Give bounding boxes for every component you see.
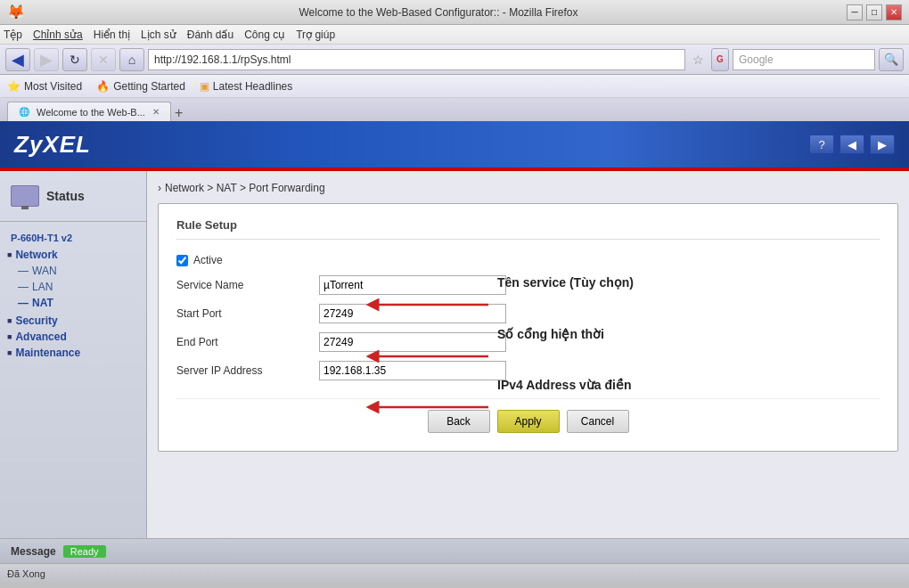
rss-icon: ▣ bbox=[200, 80, 209, 93]
menu-bookmarks[interactable]: Đánh dấu bbox=[187, 29, 233, 41]
end-port-input[interactable] bbox=[319, 332, 506, 352]
home-button[interactable]: ⌂ bbox=[119, 48, 144, 71]
tab-title: Welcome to the Web-B... bbox=[37, 107, 145, 118]
search-button[interactable]: 🔍 bbox=[879, 48, 904, 71]
service-name-input[interactable] bbox=[319, 275, 506, 295]
dash-icon: — bbox=[18, 265, 29, 277]
help-button[interactable]: ? bbox=[809, 135, 834, 154]
expand-icon-4: ■ bbox=[7, 348, 12, 357]
end-port-row: End Port bbox=[176, 332, 880, 352]
status-label[interactable]: Status bbox=[46, 189, 85, 203]
expand-icon-2: ■ bbox=[7, 316, 12, 325]
service-name-label: Service Name bbox=[176, 279, 319, 291]
message-bar: Message Ready bbox=[0, 538, 909, 563]
bookmark-getting-started[interactable]: 🔥 Getting Started bbox=[96, 80, 185, 93]
status-text: Đã Xong bbox=[7, 568, 45, 579]
bookmark-star[interactable]: ☆ bbox=[689, 53, 708, 67]
start-port-input[interactable] bbox=[319, 304, 506, 323]
content-area: › Network > NAT > Port Forwarding Rule S… bbox=[147, 171, 909, 538]
message-value: Ready bbox=[63, 545, 106, 558]
logout-button[interactable]: ▶ bbox=[870, 135, 895, 154]
zyxel-header-icons: ? ◀ ▶ bbox=[809, 135, 895, 154]
rule-setup-panel: Rule Setup Active Service Name Start Por… bbox=[158, 203, 898, 452]
page-content: ZyXEL ? ◀ ▶ Status P-660H-T1 v2 ■ Networ… bbox=[0, 121, 909, 563]
active-checkbox[interactable] bbox=[176, 255, 188, 266]
bookmark-icon-2: 🔥 bbox=[96, 80, 110, 93]
tab-close-button[interactable]: ✕ bbox=[152, 107, 160, 117]
server-ip-row: Server IP Address bbox=[176, 361, 880, 380]
breadcrumb-separator-icon: › bbox=[158, 182, 161, 194]
back-nav-button[interactable]: ◀ bbox=[839, 135, 864, 154]
tab-icon: 🌐 bbox=[19, 107, 29, 117]
back-button[interactable]: ◀ bbox=[5, 48, 30, 71]
window-controls: ─ □ ✕ bbox=[847, 4, 902, 20]
address-bar[interactable]: http://192.168.1.1/rpSys.html bbox=[148, 49, 685, 70]
sidebar-item-security[interactable]: ■ Security bbox=[0, 313, 146, 329]
start-port-row: Start Port bbox=[176, 304, 880, 323]
sidebar-item-maintenance[interactable]: ■ Maintenance bbox=[0, 345, 146, 361]
zyxel-logo: ZyXEL bbox=[14, 131, 91, 159]
stop-button[interactable]: ✕ bbox=[91, 48, 116, 71]
minimize-button[interactable]: ─ bbox=[847, 4, 863, 20]
sidebar-status-area: Status bbox=[0, 178, 146, 222]
breadcrumb: › Network > NAT > Port Forwarding bbox=[158, 178, 898, 203]
sidebar-item-wan[interactable]: — WAN bbox=[0, 263, 146, 279]
main-layout: Status P-660H-T1 v2 ■ Network — WAN — LA… bbox=[0, 171, 909, 538]
menu-file[interactable]: Tệp bbox=[4, 29, 22, 41]
model-label: P-660H-T1 v2 bbox=[0, 229, 146, 247]
bookmark-latest-headlines[interactable]: ▣ Latest Headlines bbox=[200, 80, 292, 93]
close-button[interactable]: ✕ bbox=[886, 4, 902, 20]
menu-tools[interactable]: Công cụ bbox=[244, 29, 285, 41]
server-ip-input[interactable] bbox=[319, 361, 506, 380]
tab-bar: 🌐 Welcome to the Web-B... ✕ + bbox=[0, 98, 909, 121]
breadcrumb-text: Network > NAT > Port Forwarding bbox=[165, 182, 325, 194]
search-input[interactable]: Google bbox=[733, 49, 875, 70]
menu-history[interactable]: Lịch sử bbox=[141, 29, 176, 41]
expand-icon-3: ■ bbox=[7, 332, 12, 341]
bookmarks-bar: ⭐ Most Visited 🔥 Getting Started ▣ Lates… bbox=[0, 75, 909, 98]
sidebar: Status P-660H-T1 v2 ■ Network — WAN — LA… bbox=[0, 171, 147, 538]
panel-title: Rule Setup bbox=[176, 218, 880, 240]
service-name-row: Service Name bbox=[176, 275, 880, 295]
server-ip-label: Server IP Address bbox=[176, 364, 319, 377]
bookmark-most-visited[interactable]: ⭐ Most Visited bbox=[7, 80, 82, 93]
sidebar-item-advanced[interactable]: ■ Advanced bbox=[0, 329, 146, 345]
search-placeholder: Google bbox=[739, 53, 774, 66]
start-port-label: Start Port bbox=[176, 307, 319, 320]
expand-icon: ■ bbox=[7, 250, 12, 259]
menu-help[interactable]: Trợ giúp bbox=[296, 29, 335, 41]
new-tab-button[interactable]: + bbox=[175, 105, 183, 121]
message-label: Message bbox=[11, 545, 56, 558]
back-button[interactable]: Back bbox=[428, 410, 490, 433]
firefox-icon: 🦊 bbox=[7, 4, 25, 20]
form-buttons: Back Apply Cancel bbox=[176, 398, 880, 433]
sidebar-item-nat[interactable]: — NAT bbox=[0, 295, 146, 311]
menu-view[interactable]: Hiển thị bbox=[94, 29, 130, 41]
dash-icon-2: — bbox=[18, 281, 29, 293]
router-icon bbox=[11, 185, 39, 207]
zyxel-header: ZyXEL ? ◀ ▶ bbox=[0, 121, 909, 167]
browser-toolbar: ◀ ▶ ↻ ✕ ⌂ http://192.168.1.1/rpSys.html … bbox=[0, 45, 909, 75]
tab-main[interactable]: 🌐 Welcome to the Web-B... ✕ bbox=[7, 102, 171, 121]
active-row: Active bbox=[176, 254, 880, 266]
reload-button[interactable]: ↻ bbox=[62, 48, 87, 71]
browser-titlebar: 🦊 Welcome to the Web-Based Configurator:… bbox=[0, 0, 909, 25]
maximize-button[interactable]: □ bbox=[866, 4, 882, 20]
menu-edit[interactable]: Chỉnh sửa bbox=[33, 29, 83, 41]
cancel-button[interactable]: Cancel bbox=[567, 410, 629, 433]
bookmark-icon: ⭐ bbox=[7, 80, 20, 93]
end-port-label: End Port bbox=[176, 336, 319, 348]
dash-icon-3: — bbox=[18, 297, 29, 309]
google-icon: G bbox=[711, 48, 729, 71]
sidebar-item-network[interactable]: ■ Network bbox=[0, 247, 146, 263]
address-text: http://192.168.1.1/rpSys.html bbox=[154, 53, 291, 66]
menu-bar: Tệp Chỉnh sửa Hiển thị Lịch sử Đánh dấu … bbox=[0, 25, 909, 45]
sidebar-item-lan[interactable]: — LAN bbox=[0, 279, 146, 295]
forward-button[interactable]: ▶ bbox=[34, 48, 59, 71]
active-label: Active bbox=[193, 254, 223, 266]
status-bar: Đã Xong bbox=[0, 563, 909, 583]
apply-button[interactable]: Apply bbox=[497, 410, 560, 433]
window-title: Welcome to the Web-Based Configurator:: … bbox=[30, 6, 847, 19]
